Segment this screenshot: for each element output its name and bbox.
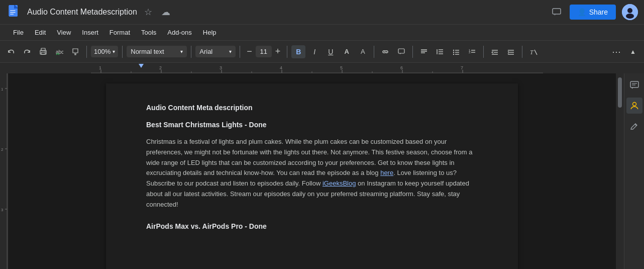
font-size-input[interactable] (256, 46, 272, 57)
spellcheck-button[interactable]: abc (52, 45, 66, 58)
font-selector[interactable]: Arial ▾ (195, 46, 236, 57)
bold-button[interactable]: B (291, 45, 305, 58)
section1-title: Best Smart Christmas Lights - Done (146, 121, 478, 129)
separator-3 (191, 46, 191, 58)
increase-indent-button[interactable] (504, 45, 518, 58)
decrease-indent-button[interactable] (488, 45, 502, 58)
zoom-value: 100% (94, 48, 111, 55)
svg-point-24 (453, 51, 454, 52)
svg-rect-5 (553, 9, 561, 14)
ruler-left-spacer (0, 63, 91, 73)
svg-point-26 (453, 53, 454, 54)
numbered-list-button[interactable]: 1.2. (465, 45, 479, 58)
svg-rect-4 (10, 14, 14, 15)
ruler-main: 1 2 3 4 5 6 7 (91, 63, 644, 73)
comment-button[interactable] (394, 45, 408, 58)
ruler: 1 2 3 4 5 6 7 (0, 62, 644, 73)
clear-formatting-button[interactable]: T (526, 45, 541, 58)
section1-body: Christmas is a festival of lights and pl… (146, 137, 478, 210)
svg-point-12 (45, 51, 46, 52)
svg-text:T: T (530, 49, 534, 56)
menu-addons[interactable]: Add-ons (162, 27, 196, 38)
svg-text:2: 2 (159, 65, 162, 70)
italic-button[interactable]: I (307, 45, 321, 58)
scroll-thumb[interactable] (618, 77, 622, 108)
zoom-selector[interactable]: 100% ▾ (91, 46, 118, 57)
sidebar-edit-button[interactable] (626, 118, 642, 134)
separator-5 (287, 46, 287, 58)
svg-text:1: 1 (1, 87, 4, 92)
svg-line-39 (534, 50, 537, 55)
font-size-area: − + (244, 45, 283, 58)
increase-font-button[interactable]: + (273, 45, 283, 58)
separator-1 (86, 46, 87, 58)
paint-format-button[interactable] (68, 45, 82, 58)
share-person-icon: 👤 (578, 8, 586, 16)
cloud-button[interactable]: ☁ (159, 5, 172, 20)
here-link[interactable]: here (380, 169, 393, 176)
cloud-icon: ☁ (161, 7, 170, 18)
svg-rect-14 (398, 49, 404, 53)
zoom-dropdown-icon: ▾ (113, 49, 115, 54)
svg-rect-69 (630, 81, 638, 87)
title-bar-left: Audio Content Metadescription ☆ ☁ (6, 4, 545, 20)
sidebar-chat-button[interactable] (626, 77, 642, 94)
svg-point-72 (632, 103, 636, 106)
svg-rect-2 (10, 11, 16, 11)
title-bar-right: 👤 Share (550, 4, 638, 20)
font-dropdown-icon: ▾ (229, 49, 232, 54)
collapse-toolbar-button[interactable]: ▲ (626, 46, 640, 58)
svg-text:2.: 2. (469, 51, 471, 54)
style-dropdown-icon: ▾ (180, 49, 183, 54)
share-button[interactable]: 👤 Share (570, 5, 616, 20)
separator-8 (483, 46, 484, 58)
align-button[interactable] (417, 45, 431, 58)
document-main-title: Audio Content Meta description (146, 104, 478, 112)
highlight-icon: A (361, 48, 365, 55)
toolbar: abc 100% ▾ Normal text ▾ Arial ▾ − + B I… (0, 40, 644, 62)
separator-7 (412, 46, 413, 58)
menu-bar: File Edit View Insert Format Tools Add-o… (0, 24, 644, 40)
line-spacing-button[interactable] (433, 45, 447, 58)
avatar[interactable] (622, 4, 638, 20)
menu-insert[interactable]: Insert (77, 27, 103, 38)
menu-view[interactable]: View (52, 27, 76, 38)
print-button[interactable] (36, 45, 50, 58)
separator-2 (122, 46, 123, 58)
svg-text:6: 6 (400, 65, 403, 70)
menu-tools[interactable]: Tools (136, 27, 161, 38)
link-button[interactable] (378, 45, 392, 58)
svg-point-8 (626, 14, 634, 19)
menu-help[interactable]: Help (198, 27, 222, 38)
separator-4 (240, 46, 240, 58)
svg-point-7 (627, 8, 632, 13)
star-button[interactable]: ☆ (142, 5, 154, 20)
app-icon (6, 4, 22, 20)
igeeksblog-link[interactable]: iGeeksBlog (323, 180, 356, 187)
svg-rect-3 (10, 12, 16, 13)
style-value: Normal text (131, 48, 164, 55)
svg-text:3: 3 (220, 65, 222, 70)
sidebar-person-button[interactable] (626, 98, 642, 114)
menu-format[interactable]: Format (104, 27, 135, 38)
redo-button[interactable] (20, 45, 34, 58)
menu-file[interactable]: File (8, 27, 29, 38)
more-options-button[interactable]: ⋯ (609, 44, 624, 60)
document-title: Audio Content Metadescription (27, 8, 137, 17)
star-icon: ☆ (144, 7, 152, 18)
style-selector[interactable]: Normal text ▾ (127, 46, 187, 57)
bullet-list-button[interactable] (449, 45, 463, 58)
svg-marker-40 (139, 64, 144, 68)
scrollbar[interactable] (616, 73, 624, 269)
left-ruler: 1 2 3 (0, 73, 8, 269)
svg-text:3: 3 (1, 208, 4, 212)
undo-button[interactable] (4, 45, 18, 58)
text-color-button[interactable]: A (340, 45, 354, 58)
decrease-font-button[interactable]: − (244, 45, 255, 58)
doc-canvas[interactable]: Audio Content Meta description Best Smar… (8, 73, 616, 269)
highlight-button[interactable]: A (356, 45, 370, 58)
menu-edit[interactable]: Edit (30, 27, 51, 38)
underline-button[interactable]: U (324, 45, 338, 58)
svg-text:4: 4 (280, 65, 282, 70)
chat-toolbar-button[interactable] (550, 5, 564, 19)
